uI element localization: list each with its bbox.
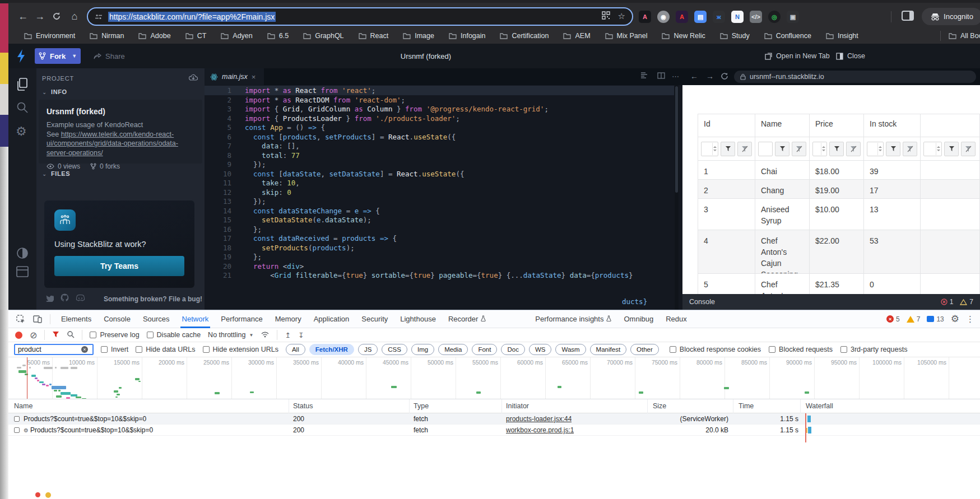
devtools-warning-badge[interactable]: 7 (907, 315, 921, 323)
download-project-icon[interactable] (189, 74, 198, 83)
pill-doc[interactable]: Doc (501, 344, 524, 355)
import-har-icon[interactable]: ↥ (285, 331, 290, 339)
tab-security[interactable]: Security (355, 310, 394, 328)
numeric-spinner[interactable] (877, 143, 883, 155)
devtools-issues-badge[interactable]: 13 (927, 315, 944, 323)
forward-icon[interactable]: → (34, 10, 46, 22)
filter-textbox[interactable] (701, 142, 718, 156)
inspect-element-icon[interactable] (16, 315, 25, 324)
invert-checkbox[interactable]: Invert (101, 346, 128, 353)
export-har-icon[interactable]: ↧ (298, 331, 304, 339)
numeric-spinner[interactable] (936, 143, 941, 155)
filter-input-wrap[interactable]: × (14, 344, 94, 355)
record-network-icon[interactable] (15, 332, 22, 339)
search-icon[interactable] (16, 101, 29, 116)
tab-omnibug[interactable]: Omnibug (617, 310, 659, 328)
bookmark-certification[interactable]: Certification (500, 32, 549, 40)
grid-data-row[interactable]: 4Chef Anton's Cajun Seasoning$22.0053 (698, 230, 980, 274)
pill-manifest[interactable]: Manifest (590, 344, 626, 355)
filter-button[interactable] (775, 142, 789, 156)
back-icon[interactable]: ← (17, 10, 29, 22)
scrollbar-thumb[interactable] (675, 86, 678, 193)
numeric-spinner[interactable] (712, 143, 717, 155)
grid-header-Name[interactable]: Name (755, 114, 810, 137)
search-network-icon[interactable] (67, 330, 75, 340)
site-settings-icon[interactable] (95, 13, 103, 21)
throttling-dropdown[interactable]: No throttling▼ (208, 331, 253, 339)
bookmark-graphql[interactable]: GraphQL (303, 32, 343, 40)
request-initiator[interactable]: workbox-core.prod.js:1 (506, 426, 574, 434)
table-header[interactable]: Name Status Type Initiator Size Time Wat… (8, 399, 980, 413)
request-checkbox[interactable] (14, 427, 20, 433)
col-size[interactable]: Size (653, 402, 666, 410)
telerik-link[interactable]: https://www.telerik.com/kendo-react-ui/c… (47, 130, 178, 157)
filter-textbox[interactable] (812, 142, 827, 156)
preview-url-bar[interactable]: ursnmf--run.stackblitz.io (734, 71, 976, 83)
tab-lighthouse[interactable]: Lighthouse (394, 310, 442, 328)
device-toolbar-icon[interactable] (33, 315, 42, 323)
tab-network[interactable]: Network (176, 310, 215, 328)
twitter-icon[interactable] (45, 294, 54, 304)
pill-js[interactable]: JS (358, 344, 378, 355)
network-conditions-icon[interactable] (261, 331, 270, 339)
tab-redux[interactable]: Redux (659, 310, 693, 328)
pill-fetch-xhr[interactable]: Fetch/XHR (309, 344, 354, 355)
close-button[interactable]: Close (836, 44, 865, 68)
bookmark-mix-panel[interactable]: Mix Panel (605, 32, 648, 40)
filter-textbox[interactable] (923, 142, 942, 156)
bookmark-adyen[interactable]: Adyen (221, 32, 252, 40)
tab-application[interactable]: Application (308, 310, 356, 328)
theme-contrast-icon[interactable] (16, 246, 29, 262)
col-name[interactable]: Name (14, 402, 32, 410)
request-initiator[interactable]: products-loader.jsx:44 (506, 415, 572, 423)
grid-header-Price[interactable]: Price (810, 114, 864, 137)
checkbox-blocked-response-cookies[interactable]: Blocked response cookies (670, 346, 761, 353)
filter-input[interactable] (15, 346, 81, 353)
bookmark-ct[interactable]: CT (185, 32, 207, 40)
colorful-a-extension[interactable]: A (639, 11, 651, 23)
fork-chevron-icon[interactable]: ▼ (72, 53, 77, 59)
checkbox-3rd-party-requests[interactable]: 3rd-party requests (840, 346, 907, 353)
request-name[interactable]: ⚙Products?$count=true&$top=10&$skip=0 (14, 426, 283, 434)
preview-refresh-icon[interactable] (721, 72, 728, 82)
filter-textbox[interactable] (758, 142, 773, 156)
tab-performance[interactable]: Performance (215, 310, 268, 328)
devtools-settings-icon[interactable]: ⚙ (951, 313, 959, 325)
files-section-header[interactable]: ⌄ FILES (36, 168, 205, 179)
tab-memory[interactable]: Memory (269, 310, 308, 328)
target-extension[interactable]: ◎ (768, 11, 781, 23)
split-editor-icon[interactable] (657, 72, 665, 81)
preview-console-bar[interactable]: Console 1 7 (682, 294, 980, 310)
grid-header-In stock[interactable]: In stock (864, 114, 921, 137)
clear-filter-icon[interactable]: × (81, 346, 88, 353)
clear-filter-button[interactable] (961, 142, 976, 156)
network-request-row[interactable]: ⚙Products?$count=true&$top=10&$skip=0200… (8, 425, 980, 436)
pill-ws[interactable]: WS (529, 344, 552, 355)
bookmark-new-relic[interactable]: New Relic (662, 32, 705, 40)
qr-code-icon[interactable] (602, 11, 610, 22)
preview-back-icon[interactable]: ← (690, 72, 698, 81)
editor-scrollbar[interactable] (675, 85, 679, 310)
stackblitz-logo-icon[interactable] (16, 49, 27, 66)
github-icon[interactable] (61, 293, 69, 304)
tab-sources[interactable]: Sources (137, 310, 176, 328)
layout-panel-icon[interactable] (16, 265, 29, 280)
request-name[interactable]: Products?$count=true&$top=10&$skip=0 (14, 415, 283, 423)
filter-button[interactable] (944, 142, 959, 156)
tab-recorder[interactable]: Recorder (442, 310, 492, 328)
bookmark-image[interactable]: Image (403, 32, 434, 40)
request-checkbox[interactable] (14, 416, 20, 422)
more-options-icon[interactable]: ⋯ (672, 72, 679, 81)
grid-data-row[interactable]: 5Chef Anton's Gumbo Mix$21.350 (698, 274, 980, 294)
preview-forward-icon[interactable]: → (706, 72, 714, 81)
col-waterfall[interactable]: Waterfall (806, 402, 833, 410)
pill-font[interactable]: Font (472, 344, 497, 355)
clipboard-extension[interactable]: ▣ (787, 11, 799, 23)
reload-icon[interactable] (50, 10, 63, 22)
all-bookmarks-button[interactable]: All Bookmarks (949, 28, 980, 44)
tab-performance-insights[interactable]: Performance insights (529, 310, 617, 328)
bug-extension[interactable]: ж (713, 11, 725, 23)
filter-textbox[interactable] (867, 142, 884, 156)
grid-header-extra[interactable] (921, 114, 980, 137)
bookmark-insight[interactable]: Insight (826, 32, 858, 40)
